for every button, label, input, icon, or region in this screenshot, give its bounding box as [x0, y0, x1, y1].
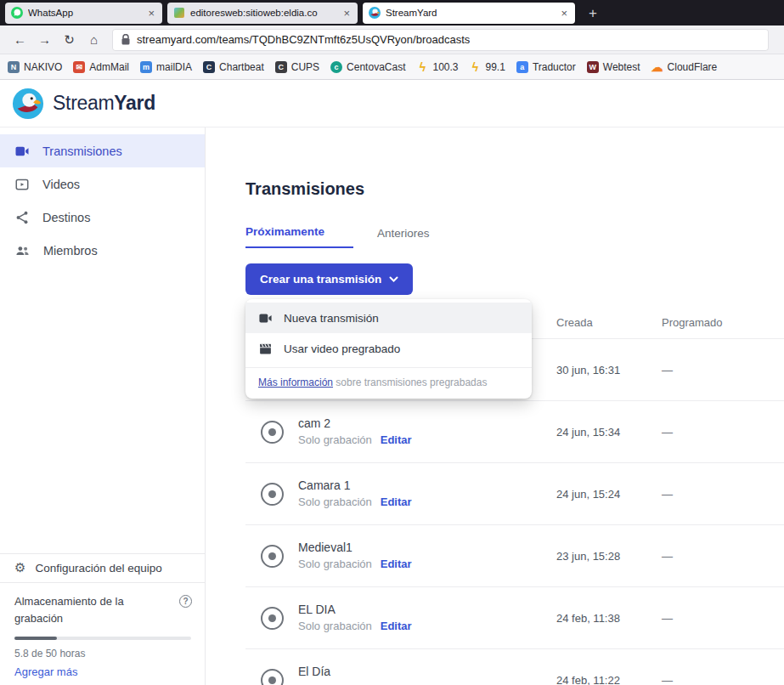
back-icon[interactable]: ← [8, 32, 31, 47]
created-cell: 24 jun, 15:34 [556, 426, 662, 439]
bookmark-1003[interactable]: ϟ100.3 [416, 61, 458, 73]
bookmark-cloudflare[interactable]: ☁CloudFlare [651, 61, 718, 73]
tab-anteriores[interactable]: Anteriores [377, 227, 430, 248]
broadcast-title: cam 2 [298, 416, 412, 430]
bookmark-maildia[interactable]: mmailDIA [140, 61, 192, 73]
sidebar-item-label: Transmisiones [42, 144, 122, 158]
gear-icon: ⚙ [14, 560, 25, 575]
create-broadcast-button[interactable]: Crear una transmisión [245, 263, 413, 295]
bookmark-traductor[interactable]: aTraductor [516, 61, 576, 73]
storage-progress-fill [14, 637, 57, 640]
create-broadcast-label: Crear una transmisión [260, 273, 381, 286]
page-body: Transmisiones Videos Destinos Miembros [0, 127, 784, 685]
record-icon [261, 607, 284, 630]
scheduled-cell: — [662, 364, 784, 376]
bookmark-centovacast[interactable]: cCentovaCast [330, 61, 405, 73]
browser-address-bar: ← → ↻ ⌂ streamyard.com/teams/TQDhBC9ZNTm… [0, 25, 784, 54]
bookmark-cups[interactable]: CCUPS [275, 61, 319, 73]
bookmark-label: CUPS [291, 61, 319, 73]
clapperboard-icon [258, 342, 273, 356]
scheduled-cell: — [662, 488, 784, 501]
people-icon [14, 243, 31, 258]
sidebar-spacer [0, 267, 205, 553]
broadcast-type: Solo grabación [298, 558, 372, 570]
help-icon[interactable]: ? [179, 595, 192, 608]
reload-icon[interactable]: ↻ [58, 32, 81, 48]
bookmark-991[interactable]: ϟ99.1 [470, 61, 505, 73]
add-storage-link[interactable]: Agregar más [14, 665, 192, 678]
bookmark-label: AdmMail [89, 61, 129, 73]
bookmark-label: CentovaCast [347, 61, 405, 73]
settings-label: Configuración del equipo [35, 562, 161, 575]
broadcast-name-cell: EL DIA Solo grabaciónEditar [245, 603, 556, 634]
lock-icon [121, 34, 130, 45]
scheduled-cell: — [662, 550, 784, 563]
menu-item-label: Usar video pregrabado [284, 342, 400, 355]
bookmark-webtest[interactable]: WWebtest [587, 61, 640, 73]
close-icon[interactable]: × [341, 7, 352, 20]
more-info-link[interactable]: Más información [258, 376, 333, 388]
tab-streamyard[interactable]: StreamYard × [363, 3, 575, 24]
bookmark-label: NAKIVO [24, 61, 62, 73]
table-row: cam 2 Solo grabaciónEditar 24 jun, 15:34… [245, 400, 784, 462]
streamyard-header: StreamYard [0, 80, 784, 127]
header-scheduled: Programado [662, 316, 784, 329]
home-icon[interactable]: ⌂ [82, 32, 105, 47]
streamyard-logo[interactable] [12, 88, 44, 120]
close-icon[interactable]: × [559, 7, 569, 20]
sidebar-item-transmisiones[interactable]: Transmisiones [0, 134, 205, 167]
broadcast-type: Solo grabación [298, 495, 372, 508]
created-cell: 24 feb, 11:38 [556, 612, 662, 625]
tab-eldia[interactable]: editoresweb:sitioweb:eldia.co × [167, 3, 358, 24]
tab-proximamente[interactable]: Próximamente [245, 225, 353, 248]
edit-link[interactable]: Editar [381, 495, 412, 508]
broadcast-name-cell: cam 2 Solo grabaciónEditar [245, 416, 556, 448]
chevron-down-icon [389, 276, 398, 282]
bookmark-label: 99.1 [486, 61, 505, 73]
tab-whatsapp[interactable]: WhatsApp × [5, 3, 162, 24]
lightning-icon: ϟ [416, 61, 428, 73]
broadcast-title: Camara 1 [298, 478, 412, 492]
scheduled-cell: — [662, 612, 784, 625]
sidebar: Transmisiones Videos Destinos Miembros [0, 127, 206, 685]
bookmark-nakivo[interactable]: NNAKIVO [8, 61, 62, 73]
streamyard-duck-icon [369, 7, 381, 19]
cloud-icon: ☁ [651, 61, 663, 73]
table-row: Camara 1 Solo grabaciónEditar 24 jun, 15… [245, 462, 784, 524]
brand-wordmark[interactable]: StreamYard [53, 92, 155, 115]
edit-link[interactable]: Editar [381, 620, 412, 632]
broadcast-type: Solo grabación [298, 433, 372, 446]
sidebar-item-videos[interactable]: Videos [0, 167, 205, 201]
translate-icon: a [516, 61, 528, 73]
broadcasts-main: Transmisiones Próximamente Anteriores Cr… [206, 127, 784, 685]
bookmark-chartbeat[interactable]: CChartbeat [203, 61, 264, 73]
menu-item-new-broadcast[interactable]: Nueva transmisión [245, 303, 532, 333]
browser-tab-bar: WhatsApp × editoresweb:sitioweb:eldia.co… [0, 0, 784, 25]
edit-link[interactable]: Editar [381, 433, 412, 446]
edit-link[interactable]: Editar [381, 558, 412, 570]
create-broadcast-row: Crear una transmisión [245, 263, 784, 295]
forward-icon[interactable]: → [33, 32, 56, 47]
shield-icon: N [8, 61, 20, 73]
video-player-icon [14, 177, 30, 192]
bookmark-label: Traductor [533, 61, 576, 73]
sidebar-item-destinos[interactable]: Destinos [0, 201, 205, 234]
sidebar-item-miembros[interactable]: Miembros [0, 234, 205, 267]
storage-panel: Almacenamiento de la grabación ? 5.8 de … [0, 583, 205, 685]
close-icon[interactable]: × [146, 7, 156, 20]
url-input[interactable]: streamyard.com/teams/TQDhBC9ZNTmft6z5UsQ… [112, 29, 769, 51]
storage-progress-bar [14, 637, 191, 640]
storage-usage-text: 5.8 de 50 horas [14, 648, 192, 660]
mail-icon: ✉ [73, 61, 85, 73]
created-cell: 24 feb, 11:22 [556, 674, 662, 685]
created-cell: 30 jun, 16:31 [556, 364, 662, 376]
new-tab-button[interactable]: + [589, 6, 597, 20]
team-settings-button[interactable]: ⚙ Configuración del equipo [0, 553, 205, 583]
menu-item-prerecorded-video[interactable]: Usar video pregrabado [245, 333, 532, 364]
cast-icon: c [330, 61, 342, 73]
menu-item-label: Nueva transmisión [284, 312, 379, 325]
video-camera-icon [258, 311, 273, 326]
broadcast-title: El Día [298, 665, 330, 678]
bookmark-admmail[interactable]: ✉AdmMail [73, 61, 129, 73]
broadcast-type: Solo grabación [298, 620, 372, 632]
